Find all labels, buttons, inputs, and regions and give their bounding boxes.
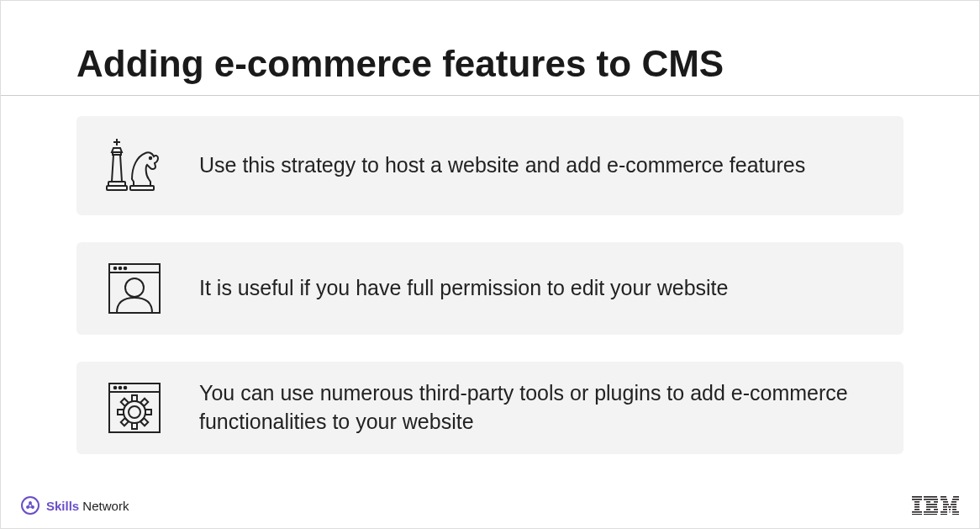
info-row-strategy: Use this strategy to host a website and … [76, 116, 904, 215]
svg-rect-21 [145, 410, 151, 415]
svg-rect-55 [943, 501, 948, 503]
svg-rect-3 [107, 186, 127, 190]
svg-rect-43 [926, 501, 930, 503]
svg-point-16 [124, 387, 127, 389]
svg-point-4 [150, 157, 151, 159]
svg-rect-48 [934, 509, 938, 510]
svg-rect-65 [940, 511, 947, 513]
svg-rect-51 [940, 496, 946, 498]
svg-rect-69 [952, 514, 959, 515]
svg-point-9 [119, 267, 122, 270]
content-rows: Use this strategy to host a website and … [1, 116, 979, 454]
svg-rect-33 [912, 496, 922, 498]
skills-network-branding: Skills Network [21, 496, 129, 515]
svg-rect-68 [940, 514, 947, 515]
svg-rect-12 [109, 384, 160, 432]
row-text: It is useful if you have full permission… [199, 274, 728, 303]
svg-point-17 [129, 406, 140, 418]
svg-point-14 [114, 387, 117, 389]
svg-rect-62 [943, 509, 947, 510]
info-row-plugins: You can use numerous third-party tools o… [76, 362, 904, 454]
svg-point-8 [114, 267, 117, 270]
svg-rect-35 [914, 501, 919, 503]
svg-rect-5 [130, 186, 154, 190]
skills-network-icon [21, 496, 40, 515]
gear-window-icon [102, 378, 167, 437]
svg-rect-61 [952, 506, 956, 508]
svg-rect-47 [926, 509, 930, 510]
svg-rect-63 [949, 509, 951, 510]
slide-title: Adding e-commerce features to CMS [1, 1, 979, 96]
svg-rect-20 [118, 410, 124, 415]
svg-rect-18 [132, 395, 137, 401]
svg-rect-38 [914, 509, 919, 510]
svg-rect-23 [121, 418, 129, 426]
svg-rect-44 [934, 501, 938, 503]
svg-rect-60 [948, 506, 951, 508]
svg-point-11 [125, 278, 144, 297]
skills-network-text: Skills Network [46, 499, 129, 513]
info-row-permission: It is useful if you have full permission… [76, 242, 904, 335]
svg-rect-40 [912, 514, 922, 515]
svg-rect-19 [132, 423, 137, 429]
footer: Skills Network [21, 496, 959, 515]
svg-rect-34 [912, 499, 922, 500]
svg-rect-45 [926, 504, 937, 505]
svg-rect-39 [912, 511, 922, 513]
svg-rect-66 [950, 511, 951, 513]
svg-point-26 [124, 401, 145, 423]
svg-rect-37 [914, 506, 919, 508]
svg-point-10 [124, 267, 127, 270]
svg-rect-56 [951, 501, 956, 503]
svg-rect-64 [952, 509, 956, 510]
svg-rect-42 [924, 499, 938, 500]
ibm-logo [912, 496, 959, 515]
chess-pieces-icon [102, 133, 167, 198]
svg-point-15 [119, 387, 122, 389]
row-text: You can use numerous third-party tools o… [199, 379, 878, 436]
svg-rect-22 [140, 399, 148, 406]
svg-rect-41 [924, 496, 937, 498]
svg-rect-53 [940, 499, 947, 500]
user-window-icon [102, 259, 167, 318]
row-text: Use this strategy to host a website and … [199, 151, 805, 180]
svg-rect-52 [953, 496, 959, 498]
svg-rect-59 [943, 506, 947, 508]
svg-rect-6 [109, 264, 160, 313]
svg-rect-54 [952, 499, 959, 500]
svg-rect-58 [951, 504, 956, 505]
svg-rect-67 [952, 511, 959, 513]
svg-rect-24 [121, 399, 129, 406]
svg-rect-50 [924, 514, 937, 515]
svg-rect-36 [914, 504, 919, 505]
svg-rect-25 [140, 418, 148, 426]
svg-rect-49 [924, 511, 938, 513]
svg-rect-46 [926, 506, 937, 508]
svg-rect-57 [943, 504, 949, 505]
